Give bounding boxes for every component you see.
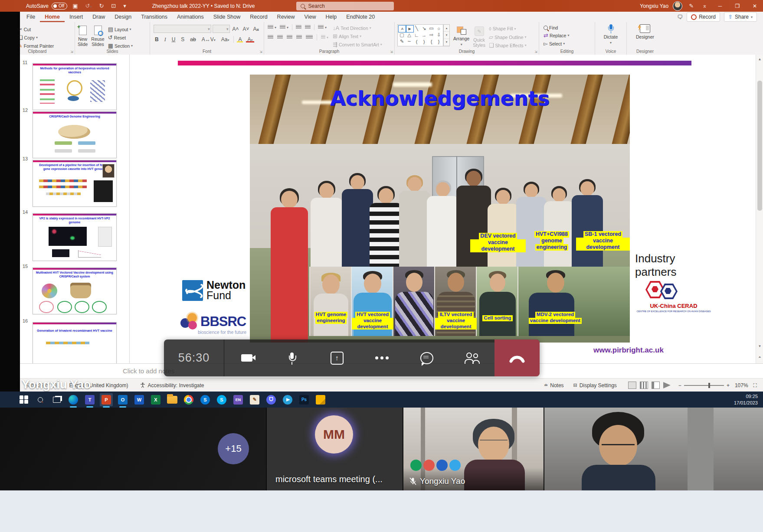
shared-search-icon[interactable]	[34, 393, 47, 406]
share-screen-button[interactable]: ↑	[314, 352, 360, 365]
slide-thumbnail-15[interactable]: Multivalent HVT Vectored Vaccine develop…	[33, 268, 117, 314]
text-direction-button[interactable]: ↓AText Direction▾	[333, 25, 382, 31]
normal-view-button[interactable]	[628, 382, 636, 389]
shared-discord-icon[interactable]: ᗜ	[265, 393, 278, 406]
italic-button[interactable]: I	[163, 36, 167, 43]
grow-font-button[interactable]: A˄	[231, 26, 240, 32]
font-dialog-launcher[interactable]: ⇲	[259, 50, 262, 54]
tray-overflow-icon[interactable]	[449, 460, 461, 471]
shape-outline-button[interactable]: ▱Shape Outline▾	[489, 34, 527, 40]
shrink-font-button[interactable]: A˅	[242, 26, 251, 32]
tab-transitions[interactable]: Transitions	[136, 12, 172, 22]
convert-smartart-button[interactable]: ⇶Convert to SmartArt▾	[333, 41, 382, 48]
shadow-button[interactable]: S	[180, 36, 186, 42]
strikethrough-button[interactable]: ab	[189, 36, 197, 42]
justify-button[interactable]	[296, 35, 302, 39]
tab-file[interactable]: File	[22, 12, 40, 22]
select-button[interactable]: ▻Select▾	[544, 40, 590, 47]
restore-button[interactable]: ❐	[731, 0, 744, 12]
reset-button[interactable]: ↺Reset	[108, 34, 133, 41]
format-painter-button[interactable]: ✎Format Painter	[18, 42, 54, 49]
shared-word-icon[interactable]: W	[133, 393, 146, 406]
align-right-button[interactable]	[287, 35, 292, 39]
slide-thumbnail-14[interactable]: VP2 is stably expressed in recombinant H…	[33, 213, 117, 261]
new-slide-button[interactable]: +NewSlide	[78, 23, 88, 47]
shared-file-explorer-icon[interactable]	[166, 393, 179, 406]
microphone-button[interactable]	[269, 352, 314, 364]
share-button[interactable]: ⇧Share▾	[724, 12, 757, 22]
slide-sorter-view-button[interactable]	[640, 382, 648, 389]
camera-button[interactable]	[224, 354, 269, 362]
tab-insert[interactable]: Insert	[65, 12, 88, 22]
shared-chrome-icon[interactable]	[182, 393, 195, 406]
video-tile-participant-2[interactable]	[544, 408, 763, 490]
tab-animations[interactable]: Animations	[172, 12, 209, 22]
shapes-gallery[interactable]: A ▶ ╲↘ ▭○ ▢△ ∟→ ⇨⇩ ✎∼ () {}	[397, 24, 443, 46]
shared-pen-app-icon[interactable]: ✎	[248, 393, 261, 406]
slide-thumbnail-13[interactable]: Development of a pipeline for insertion …	[33, 160, 117, 207]
scroll-down-icon[interactable]: ▼	[756, 343, 763, 349]
customize-toolbar-icon[interactable]: ▾	[123, 3, 126, 9]
dictate-button[interactable]: Dictate▾	[595, 22, 626, 45]
chat-button[interactable]	[404, 352, 449, 364]
close-button[interactable]: ✕	[748, 0, 761, 12]
fit-to-window-icon[interactable]: ⛶	[753, 382, 757, 388]
shapes-gallery-scroll[interactable]: ▴▾▾	[443, 24, 450, 46]
tab-view[interactable]: View	[300, 12, 321, 22]
paragraph-dialog-launcher[interactable]: ⇲	[390, 50, 393, 54]
tab-home[interactable]: Home	[40, 12, 65, 22]
tray-overflow-icon[interactable]	[436, 460, 448, 471]
columns-button[interactable]	[306, 35, 313, 39]
font-size-combo[interactable]: ▾	[213, 25, 230, 33]
tab-review[interactable]: Review	[272, 12, 300, 22]
comments-icon[interactable]: 🗨	[677, 14, 683, 20]
ribbon-display-options-icon[interactable]: ⌅	[702, 3, 707, 9]
shared-outlook-icon[interactable]: O	[116, 393, 129, 406]
slideshow-view-button[interactable]	[663, 382, 671, 388]
display-settings-button[interactable]: ⊟Display Settings	[573, 382, 617, 388]
tab-draw[interactable]: Draw	[88, 12, 110, 22]
font-name-combo[interactable]: ▾	[154, 25, 211, 33]
previous-slide-button[interactable]: ⏶	[756, 354, 763, 361]
zoom-control[interactable]: − +	[678, 382, 730, 388]
designer-button[interactable]: Designer	[627, 22, 663, 39]
participants-button[interactable]	[449, 352, 494, 364]
pen-sparkle-icon[interactable]: ✎	[689, 3, 694, 9]
scroll-up-icon[interactable]: ▲	[756, 55, 763, 62]
zoom-out-icon[interactable]: −	[678, 382, 681, 388]
shape-effects-button[interactable]: ❑Shape Effects▾	[489, 42, 527, 49]
shared-endnote-icon[interactable]: EN	[232, 393, 245, 406]
notes-toggle[interactable]: ≐Notes	[544, 382, 564, 388]
clipboard-dialog-launcher[interactable]: ⇲	[70, 50, 73, 54]
shared-photoshop-icon[interactable]: Ps	[298, 393, 311, 406]
change-case-button[interactable]: Aa▾	[220, 36, 231, 42]
shared-skype-business-icon[interactable]: S	[215, 393, 228, 406]
tab-endnote[interactable]: EndNote 20	[341, 12, 380, 22]
save-icon[interactable]: ▣	[72, 3, 78, 9]
clear-formatting-button[interactable]: A𝄪	[252, 26, 260, 32]
shared-task-view-icon[interactable]	[50, 393, 63, 406]
account-name[interactable]: Yongxiu Yao	[640, 3, 668, 9]
align-center-button[interactable]	[277, 35, 283, 39]
hang-up-button[interactable]	[494, 339, 540, 376]
zoom-level[interactable]: 107%	[735, 382, 748, 388]
underline-button[interactable]: U	[170, 36, 177, 42]
highlight-color-button[interactable]: A	[237, 36, 243, 42]
tab-design[interactable]: Design	[110, 12, 136, 22]
cut-button[interactable]: ✂Cut	[18, 26, 54, 33]
find-button[interactable]: Find	[544, 25, 590, 30]
slide-scrollbar[interactable]: ▲ ▼ ⏶ ⏷	[756, 55, 763, 378]
drawing-dialog-launcher[interactable]: ⇲	[534, 50, 537, 54]
record-button[interactable]: Record	[687, 12, 720, 22]
bold-button[interactable]: B	[154, 36, 160, 42]
slide-thumbnail-11[interactable]: Methods for generation of herpesvirus ve…	[33, 63, 117, 110]
line-spacing-button[interactable]: ▾	[318, 25, 327, 29]
numbering-button[interactable]: ▾	[280, 25, 288, 29]
autosave-toggle[interactable]: Off	[52, 3, 67, 10]
shared-telegram-icon[interactable]	[281, 393, 294, 406]
tab-slide-show[interactable]: Slide Show	[209, 12, 246, 22]
video-tile-overflow[interactable]: +15	[0, 408, 266, 490]
undo-icon[interactable]: ↺▾	[85, 3, 92, 9]
decrease-indent-button[interactable]	[296, 25, 301, 29]
character-spacing-button[interactable]: A↔V▾	[200, 36, 217, 42]
